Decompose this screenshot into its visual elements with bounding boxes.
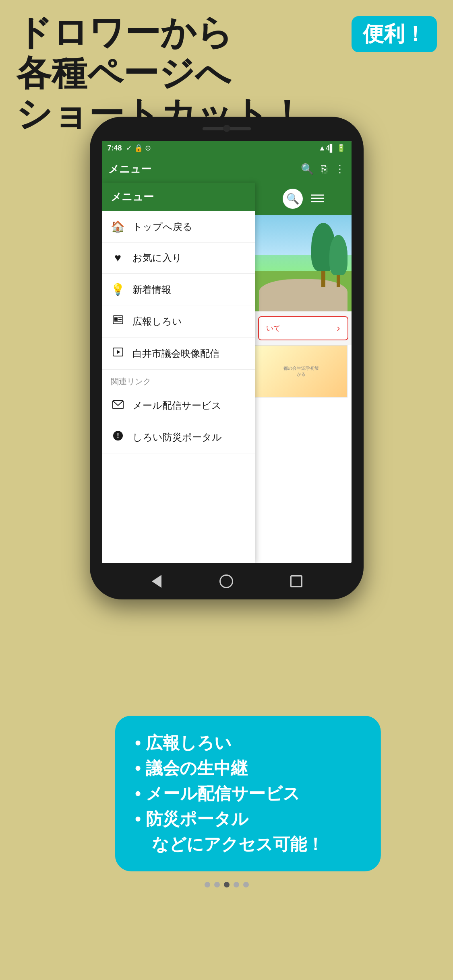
mail-icon <box>111 399 125 412</box>
red-button-chevron: › <box>337 323 340 334</box>
drawer-label-favorites: お気に入り <box>132 251 182 264</box>
newspaper-icon <box>111 314 125 328</box>
drawer-item-top[interactable]: 🏠 トップへ戻る <box>102 211 255 243</box>
svg-text:!: ! <box>117 432 119 440</box>
svg-marker-6 <box>117 350 120 354</box>
app-toolbar: メニュー 🔍 ⎘ ⋮ <box>102 155 352 183</box>
drawer-item-mail[interactable]: メール配信サービス <box>102 390 255 421</box>
back-triangle-icon <box>152 575 161 588</box>
more-icon[interactable]: ⋮ <box>335 163 345 175</box>
status-right-icons: ▲4▌ 🔋 <box>319 144 346 152</box>
screen-search-icon[interactable]: 🔍 <box>283 189 303 209</box>
scenery-area <box>255 215 352 311</box>
thumbnail-text: 都の会生源学初飯かる <box>283 365 319 378</box>
recent-square-icon <box>290 575 302 587</box>
phone-camera <box>223 125 230 132</box>
green-search-bar: 🔍 <box>255 183 352 215</box>
bubble-line-1: • 広報しろい <box>135 730 360 756</box>
bubble-line-3: • メール配信サービス <box>135 781 360 806</box>
drawer-label-top: トップへ戻る <box>132 220 192 233</box>
search-icon[interactable]: 🔍 <box>301 163 314 175</box>
dot-3 <box>224 882 230 887</box>
home-circle-icon <box>219 574 233 588</box>
nav-recent-button[interactable] <box>288 573 304 589</box>
toolbar-icons: 🔍 ⎘ ⋮ <box>301 163 345 175</box>
dot-2 <box>214 882 220 887</box>
toolbar-title: メニュー <box>108 162 301 176</box>
drawer-label-bousai: しろい防災ポータル <box>132 431 222 444</box>
dot-indicators <box>205 882 249 887</box>
drawer: メニュー 🏠 トップへ戻る ♥ お気に入り 💡 新着情報 広報しろい <box>102 183 255 563</box>
phone-frame: 7:48 ✓ 🔒 ⊙ ▲4▌ 🔋 メニュー 🔍 ⎘ ⋮ メニュー 🏠 トップへ戻… <box>90 117 364 599</box>
home-icon: 🏠 <box>111 220 125 233</box>
svg-rect-1 <box>114 317 118 321</box>
nav-back-button[interactable] <box>149 573 165 589</box>
screen-right: 🔍 <box>255 183 352 563</box>
drawer-label-mail: メール配信サービス <box>132 399 221 412</box>
dot-4 <box>234 882 239 887</box>
drawer-item-koho[interactable]: 広報しろい <box>102 305 255 338</box>
red-button[interactable]: いて › <box>258 316 348 340</box>
dot-1 <box>205 882 210 887</box>
red-button-area: いて › <box>255 311 352 345</box>
drawer-item-bousai[interactable]: ! しろい防災ポータル <box>102 421 255 453</box>
red-button-text: いて <box>266 323 281 333</box>
bubble-line-4: • 防災ポータル <box>135 806 360 832</box>
drawer-label-koho: 広報しろい <box>132 315 182 328</box>
heart-icon: ♥ <box>111 251 125 264</box>
drawer-section-label: 関連リンク <box>102 370 255 390</box>
status-bar: 7:48 ✓ 🔒 ⊙ ▲4▌ 🔋 <box>102 141 352 155</box>
alert-icon: ! <box>111 430 125 444</box>
screen-menu-icon[interactable] <box>311 192 324 206</box>
share-icon[interactable]: ⎘ <box>321 163 327 175</box>
thumbnail-image: 都の会生源学初飯かる <box>255 345 348 397</box>
status-icons: ✓ 🔒 ⊙ <box>126 144 151 152</box>
drawer-label-assembly: 白井市議会映像配信 <box>132 347 219 360</box>
phone-bottom-nav <box>90 563 364 599</box>
benri-badge: 便利！ <box>352 16 437 52</box>
bubble-line-2: • 議会の生中継 <box>135 756 360 781</box>
play-icon <box>111 346 125 360</box>
drawer-item-favorites[interactable]: ♥ お気に入り <box>102 243 255 274</box>
bubble-line-5: などにアクセス可能！ <box>135 832 360 857</box>
drawer-item-news[interactable]: 💡 新着情報 <box>102 274 255 305</box>
drawer-label-news: 新着情報 <box>132 283 171 296</box>
header-area: ドロワーから 各種ページへ ショートカット！ 便利！ <box>0 0 453 125</box>
lightbulb-icon: 💡 <box>111 283 125 296</box>
drawer-item-assembly[interactable]: 白井市議会映像配信 <box>102 338 255 370</box>
main-title: ドロワーから 各種ページへ ショートカット！ <box>16 12 352 134</box>
info-bubble: • 広報しろい • 議会の生中継 • メール配信サービス • 防災ポータル など… <box>115 716 381 871</box>
phone-screen: 7:48 ✓ 🔒 ⊙ ▲4▌ 🔋 メニュー 🔍 ⎘ ⋮ メニュー 🏠 トップへ戻… <box>102 141 352 563</box>
drawer-header: メニュー <box>102 183 255 211</box>
dot-5 <box>243 882 249 887</box>
status-time: 7:48 <box>108 144 122 152</box>
phone-top <box>90 117 364 141</box>
nav-home-button[interactable] <box>218 573 234 589</box>
